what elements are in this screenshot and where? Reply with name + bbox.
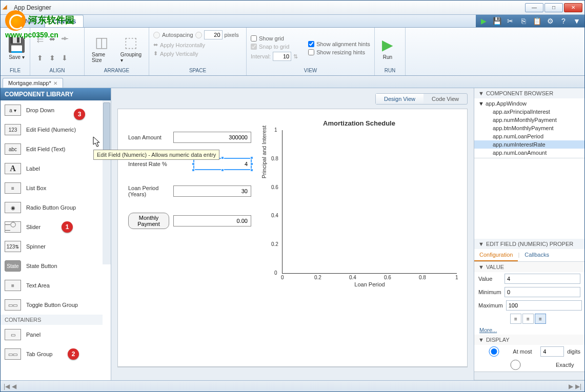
value-input[interactable] (505, 274, 580, 284)
show-grid-checkbox[interactable] (251, 35, 257, 42)
horizontal-scrollbar[interactable] (474, 372, 584, 380)
save-icon[interactable]: 💾 (492, 17, 501, 25)
maximum-label: Maximum (478, 302, 503, 308)
tree-node[interactable]: app.numMonthlyPayment (474, 116, 584, 124)
interest-rate-input[interactable] (194, 158, 251, 170)
group-view-label: VIEW (251, 67, 370, 73)
align-left-icon[interactable]: ⬱ (34, 33, 46, 45)
component-textarea[interactable]: ≡Text Area (1, 276, 103, 295)
tree-root[interactable]: ▼ app.AppWindow (474, 99, 584, 108)
more-link[interactable]: More... (478, 327, 497, 333)
tree-node-selected[interactable]: app.numInterestRate (474, 140, 584, 149)
component-label[interactable]: ALabel (1, 159, 103, 178)
window-title: App Designer (14, 4, 524, 11)
save-button[interactable]: 💾 Save ▾ (5, 35, 29, 61)
tooltip: Edit Field (Numeric) - Allows numeric da… (93, 150, 219, 160)
tab-configuration[interactable]: Configuration (474, 249, 518, 261)
alignment-hints-checkbox[interactable] (308, 41, 314, 47)
maximize-button[interactable]: □ (544, 3, 563, 12)
snap-to-grid-checkbox[interactable] (251, 44, 257, 50)
ribbon: 💾 Save ▾ FILE ⬱ ⬌ ⬲ ⬆ ⬍ ⬇ ALIGN ◫ Same S… (1, 28, 584, 76)
preferences-icon[interactable]: ⚙ (546, 17, 555, 25)
loan-amount-input[interactable] (173, 132, 251, 143)
component-state-button[interactable]: StateState Button (1, 256, 103, 276)
tree-node[interactable]: app.axPrincipalInterest (474, 108, 584, 116)
interval-input[interactable] (273, 52, 291, 61)
document-tab[interactable]: Mortgage.mlapp* ✕ (3, 78, 63, 88)
component-radio-group[interactable]: ◉Radio Button Group (1, 198, 103, 217)
tree-node[interactable]: app.numLoanPeriod (474, 132, 584, 140)
align-center-h-icon[interactable]: ⬌ (47, 33, 58, 45)
design-canvas[interactable]: Loan Amount Interest Rate % (117, 109, 468, 367)
loan-period-input[interactable] (173, 185, 251, 197)
pixels-radio[interactable] (195, 32, 202, 38)
grouping-button[interactable]: ⬚ Grouping ▾ (117, 33, 145, 64)
tree-node[interactable]: app.btnMonthlyPayment (474, 124, 584, 132)
design-view-button[interactable]: Design View (376, 94, 423, 104)
apply-horizontal-button[interactable]: Apply Horizontally (160, 42, 205, 48)
component-toggle-group[interactable]: ▭▭Toggle Button Group (1, 295, 103, 315)
component-panel[interactable]: ▭Panel (1, 325, 103, 344)
component-tab-group[interactable]: ▭▭Tab Group2 (1, 344, 103, 364)
resizing-hints-checkbox[interactable] (308, 49, 314, 55)
collapse-icon[interactable]: ▼ (478, 90, 484, 96)
align-right-icon[interactable]: ⬲ (59, 33, 70, 45)
align-bottom-icon[interactable]: ⬇ (59, 52, 70, 64)
run-icon[interactable]: ▶ (479, 17, 488, 25)
component-spinner[interactable]: 123⇅Spinner (1, 237, 103, 256)
monthly-payment-output[interactable] (173, 215, 251, 226)
code-view-button[interactable]: Code View (423, 94, 467, 104)
run-button[interactable]: ▶ Run (379, 35, 396, 61)
tab-callbacks[interactable]: Callbacks (519, 249, 554, 261)
component-listbox[interactable]: ≡List Box (1, 178, 103, 198)
spacing-value-input[interactable] (204, 30, 223, 39)
annotation-badge: 3 (74, 109, 85, 120)
cut-icon[interactable]: ✂ (506, 17, 515, 25)
component-edit-numeric[interactable]: 123Edit Field (Numeric) (1, 120, 103, 139)
collapse-icon[interactable]: ▼ (478, 264, 484, 270)
align-center-button[interactable]: ≡ (522, 314, 534, 324)
close-button[interactable]: ✕ (564, 3, 582, 12)
apply-vertical-button[interactable]: Apply Vertically (160, 51, 198, 57)
chart-axes[interactable]: Amortization Schedule Principal and Inte… (261, 119, 457, 356)
dropdown-icon: a ▾ (5, 105, 21, 116)
monthly-payment-button[interactable]: Monthly Payment (128, 213, 169, 229)
at-most-radio[interactable] (478, 346, 510, 357)
toolstrip: DESIGNER CANVAS ▶ 💾 ✂ ⎘ 📋 ⚙ ? ▼ (1, 15, 584, 28)
minimum-input[interactable] (505, 287, 580, 297)
interval-stepper-icon[interactable]: ⇅ (293, 53, 298, 60)
nav-last-icon[interactable]: ▶| (575, 383, 581, 390)
tree-node[interactable]: app.numLoanAmount (474, 149, 584, 157)
component-slider[interactable]: —◯—Slider1 (1, 217, 103, 237)
help-icon[interactable]: ? (559, 17, 568, 25)
collapse-icon[interactable]: ▼ (478, 337, 484, 343)
nav-next-icon[interactable]: ▶ (569, 383, 573, 390)
align-top-icon[interactable]: ⬆ (34, 52, 46, 64)
loan-period-label: Loan Period (Years) (128, 185, 169, 197)
component-browser-title: ▼COMPONENT BROWSER (474, 88, 584, 98)
nav-prev-icon[interactable]: ◀ (12, 383, 16, 390)
horizontal-scrollbar[interactable] (117, 367, 468, 375)
collapse-ribbon-icon[interactable]: ▼ (572, 17, 581, 25)
same-size-button[interactable]: ◫ Same Size (89, 33, 114, 64)
minimize-button[interactable]: — (525, 3, 543, 12)
statusbar: |◀ ◀ ▶ ▶| (1, 380, 584, 391)
copy-icon[interactable]: ⎘ (519, 17, 528, 25)
maximum-input[interactable] (506, 300, 582, 311)
at-most-input[interactable] (540, 346, 564, 357)
align-center-v-icon[interactable]: ⬍ (47, 52, 58, 64)
autospacing-radio[interactable] (153, 32, 160, 38)
tab-canvas[interactable]: CANVAS (45, 15, 84, 27)
collapse-icon[interactable]: ▼ (478, 241, 484, 247)
scrollbar-thumb[interactable] (103, 102, 110, 154)
nav-first-icon[interactable]: |◀ (4, 383, 10, 390)
align-right-button[interactable]: ≡ (535, 314, 546, 324)
radio-group-icon: ◉ (5, 202, 21, 213)
tab-designer[interactable]: DESIGNER (1, 15, 45, 27)
component-dropdown[interactable]: a ▾Drop Down3 (1, 100, 103, 120)
exactly-radio[interactable] (478, 360, 553, 370)
paste-icon[interactable]: 📋 (532, 17, 541, 25)
component-edit-text[interactable]: abcEdit Field (Text) (1, 139, 103, 159)
close-tab-icon[interactable]: ✕ (53, 80, 57, 86)
align-left-button[interactable]: ≡ (510, 314, 521, 324)
